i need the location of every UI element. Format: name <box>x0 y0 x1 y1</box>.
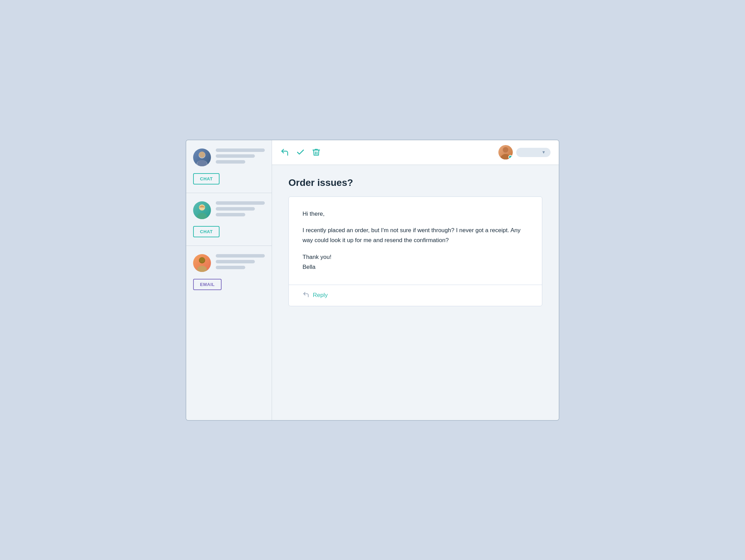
contact-info-1 <box>216 148 265 164</box>
avatar-3 <box>193 254 211 272</box>
svg-point-2 <box>199 152 205 158</box>
agent-area: ▼ <box>498 145 551 159</box>
svg-point-7 <box>197 266 207 272</box>
contact-card-1: CHAT <box>186 140 272 193</box>
agent-avatar <box>498 145 513 159</box>
skeleton-name-2 <box>216 201 265 205</box>
svg-point-11 <box>503 147 508 153</box>
reply-bar[interactable]: Reply <box>289 285 542 306</box>
right-panel: ▼ Order issues? Hi there, I recently pla… <box>272 140 559 420</box>
trash-icon[interactable] <box>312 148 321 157</box>
avatar-1 <box>193 148 211 166</box>
check-icon[interactable] <box>296 148 305 157</box>
skeleton-detail-2b <box>216 213 245 216</box>
dropdown-text <box>521 150 540 155</box>
skeleton-detail-3a <box>216 260 255 263</box>
email-card: Hi there, I recently placed an order, bu… <box>288 196 542 306</box>
reply-bar-icon <box>303 291 309 300</box>
email-button-3[interactable]: EMAIL <box>193 279 222 290</box>
left-panel: CHAT CHAT <box>186 140 272 420</box>
email-subject: Order issues? <box>288 177 542 188</box>
skeleton-detail-1a <box>216 154 255 158</box>
email-closing: Thank you! Bella <box>303 252 528 272</box>
skeleton-name-3 <box>216 254 265 258</box>
toolbar: ▼ <box>272 140 559 165</box>
main-content: Order issues? Hi there, I recently place… <box>272 165 559 420</box>
chevron-down-icon: ▼ <box>542 150 546 155</box>
agent-dropdown[interactable]: ▼ <box>516 148 551 157</box>
email-body: Hi there, I recently placed an order, bu… <box>289 197 542 285</box>
chat-button-1[interactable]: CHAT <box>193 173 220 184</box>
skeleton-detail-1b <box>216 160 245 164</box>
skeleton-name-1 <box>216 148 265 152</box>
svg-point-5 <box>197 213 207 219</box>
email-paragraph: I recently placed an order, but I'm not … <box>303 226 528 246</box>
chat-button-2[interactable]: CHAT <box>193 226 220 237</box>
skeleton-detail-2a <box>216 207 255 211</box>
contact-info-2 <box>216 201 265 216</box>
email-greeting: Hi there, <box>303 209 528 219</box>
contact-card-2: CHAT <box>186 193 272 246</box>
contact-info-3 <box>216 254 265 269</box>
reply-icon[interactable] <box>280 148 289 157</box>
app-container: CHAT CHAT <box>186 140 559 421</box>
avatar-2 <box>193 201 211 219</box>
svg-point-8 <box>199 257 205 263</box>
reply-label[interactable]: Reply <box>313 292 328 299</box>
online-indicator <box>508 155 512 159</box>
contact-card-3: EMAIL <box>186 246 272 298</box>
skeleton-detail-3b <box>216 266 245 269</box>
